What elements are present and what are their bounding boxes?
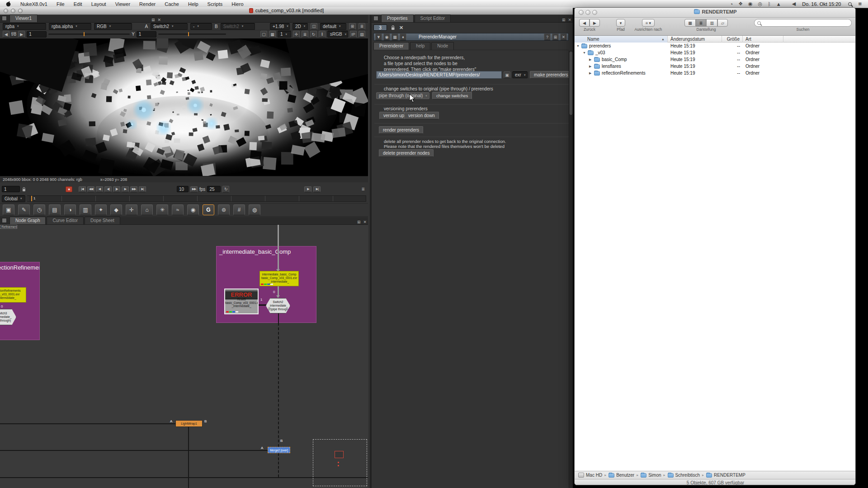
- stop-render-button[interactable]: ■: [66, 186, 72, 192]
- float-pane-icon[interactable]: ⊞: [150, 18, 156, 22]
- column-header-date[interactable]: Änderungsdatum: [668, 36, 722, 43]
- colorspace-select[interactable]: sRGB: [327, 31, 348, 38]
- close-panel-icon[interactable]: ✕: [560, 33, 567, 40]
- step-forward-button[interactable]: |▶: [113, 186, 120, 192]
- help[interactable]: help: [410, 42, 430, 50]
- expression-icon[interactable]: ♦: [400, 33, 406, 40]
- menu-item[interactable]: Cache: [160, 0, 184, 8]
- disclosure-triangle-icon[interactable]: [589, 58, 594, 62]
- menu-item[interactable]: Scripts: [203, 0, 227, 8]
- render-prerenders-button[interactable]: render prerenders: [379, 126, 423, 134]
- fps-field[interactable]: 25: [207, 186, 221, 192]
- delete-prerender-nodes-button[interactable]: delete prerender nodes: [379, 149, 434, 157]
- minimize-panel-icon[interactable]: ▼: [375, 33, 382, 40]
- help-icon[interactable]: ?: [544, 33, 551, 40]
- jump-forward-button[interactable]: ▶▶: [190, 186, 198, 192]
- path-bar-item[interactable]: Schreibtisch ▸: [668, 473, 706, 478]
- file-row[interactable]: lensflares Heute 15:19 -- Ordner: [575, 63, 856, 70]
- float-panel-icon[interactable]: ⊞: [552, 33, 559, 40]
- bluetooth-icon[interactable]: ᛒ: [765, 1, 774, 7]
- channel-display-select[interactable]: RGB: [94, 23, 132, 30]
- gain-slider[interactable]: [48, 33, 130, 35]
- search-input[interactable]: [754, 19, 852, 27]
- timeline-ruler[interactable]: 1: [27, 195, 366, 202]
- Node Graph[interactable]: Node Graph: [9, 217, 46, 224]
- toolbar-keyer-icon[interactable]: ✦: [95, 204, 107, 215]
- prerender-sticky-node[interactable]: intermediate_basic_Compbasic_Comp_v03_00…: [259, 271, 299, 286]
- gamma-toggle[interactable]: Y: [132, 32, 135, 37]
- pause-icon[interactable]: ‖: [319, 31, 326, 38]
- Dope Sheet[interactable]: Dope Sheet: [85, 217, 120, 224]
- Node[interactable]: Node: [431, 42, 454, 50]
- overlay-icon[interactable]: ≣: [302, 31, 308, 38]
- compare-mode-select[interactable]: -: [190, 23, 212, 30]
- finder-titlebar[interactable]: RENDERTEMP: [575, 8, 856, 18]
- mask-overlay-icon[interactable]: ▨: [359, 31, 365, 38]
- loop-mode-icon[interactable]: ↻: [222, 186, 229, 193]
- column-header-size[interactable]: Größe: [722, 36, 743, 43]
- menu-item[interactable]: Render: [135, 0, 160, 8]
- close-pane-icon[interactable]: ✕: [156, 18, 162, 22]
- flipbook-range-button[interactable]: ▶|: [313, 186, 321, 192]
- toolbar-filter-icon[interactable]: ▥: [80, 204, 91, 215]
- current-frame-field[interactable]: 1: [2, 186, 20, 192]
- menu-item[interactable]: Viewer: [111, 0, 135, 8]
- play-forward-button[interactable]: ▶: [122, 186, 129, 192]
- read5-error-node[interactable]: ERROR Read5basic_Comp_v03_0001.exr_inter…: [224, 289, 259, 314]
- clear-all-panels-icon[interactable]: ✕: [399, 25, 403, 31]
- change-switches-button[interactable]: change switches: [432, 92, 472, 99]
- filetype-select[interactable]: exr: [512, 71, 528, 78]
- menu-item[interactable]: Layout: [87, 0, 111, 8]
- forward-button[interactable]: ▶: [590, 19, 600, 27]
- selected-small-node[interactable]: [335, 451, 344, 458]
- lock-frame-icon[interactable]: [22, 187, 26, 192]
- step-back-button[interactable]: ◀|: [104, 186, 112, 192]
- toolbar-views-icon[interactable]: ◉: [187, 204, 199, 215]
- goto-start-button[interactable]: |◀: [79, 186, 86, 192]
- roi-icon[interactable]: ▢: [260, 31, 267, 38]
- menubar-clock[interactable]: Do. 16. Okt 15:20: [798, 1, 844, 7]
- goto-end-button[interactable]: ▶|: [139, 186, 146, 192]
- make-prerenders-button[interactable]: make prerenders: [530, 71, 572, 79]
- volume-icon[interactable]: ◀: [789, 1, 798, 7]
- left-read-label-node[interactable]: reflectionRefinementsnents_v03_0001.exr_…: [0, 287, 26, 303]
- pane-menu-icon[interactable]: [2, 218, 7, 223]
- aperture-next-icon[interactable]: ▶: [18, 31, 25, 38]
- toolbar-image-icon[interactable]: ▣: [3, 204, 14, 215]
- viewer-image[interactable]: [0, 38, 368, 176]
- file-row[interactable]: _v03 Heute 15:19 -- Ordner: [575, 49, 856, 56]
- notification-center-icon[interactable]: ≡: [855, 0, 864, 7]
- stereo-views-icon[interactable]: ◫: [311, 23, 317, 30]
- properties-scrollbar[interactable]: [569, 51, 573, 488]
- downrez-select[interactable]: 1: [278, 31, 291, 38]
- frame-display-icon[interactable]: ⊞: [349, 23, 356, 30]
- playhead-marker[interactable]: [31, 196, 32, 201]
- menu-item[interactable]: Edit: [69, 0, 87, 8]
- disclosure-triangle-icon[interactable]: [589, 71, 594, 75]
- renderpath-field[interactable]: /Users/simon/Desktop/RENDERTEMP/prerende…: [376, 71, 502, 79]
- nuke-titlebar[interactable]: cubes_comp_v03.nk [modified]: [0, 7, 573, 15]
- list-view-button[interactable]: ≣: [696, 19, 707, 27]
- spotlight-icon[interactable]: [848, 2, 852, 6]
- notification-bell-icon[interactable]: ◔: [727, 1, 736, 7]
- switch2-node[interactable]: Switch2_intermediate_(0)pipe through: [266, 298, 290, 313]
- node-name-field[interactable]: PrerenderManager: [408, 34, 542, 39]
- column-header-name[interactable]: Name▲: [575, 36, 668, 43]
- toolbar-merge-icon[interactable]: ◆: [110, 204, 122, 215]
- back-button[interactable]: ◀: [579, 19, 590, 27]
- path-menu-button[interactable]: ▾: [616, 19, 626, 27]
- coverflow-view-button[interactable]: ▱: [717, 19, 728, 27]
- Curve Editor[interactable]: Curve Editor: [47, 217, 84, 224]
- toolbar-deep-icon[interactable]: ≈: [172, 204, 184, 215]
- nodegraph-canvas[interactable]: Refinements reflectionRefinements reflec…: [0, 225, 368, 488]
- path-bar-item[interactable]: RENDERTEMP ▸: [706, 473, 745, 478]
- menu-item[interactable]: Help: [184, 0, 203, 8]
- toolbar-channel-icon[interactable]: ▤: [49, 204, 61, 215]
- close-pane-icon[interactable]: ✕: [362, 220, 368, 224]
- viewer-zoom-select[interactable]: +1.98: [270, 23, 290, 30]
- apple-menu-icon[interactable]: [5, 1, 11, 7]
- float-pane-icon[interactable]: ⊞: [356, 220, 362, 224]
- Prerenderer[interactable]: Prerenderer: [373, 42, 409, 50]
- Properties[interactable]: Properties: [381, 14, 414, 22]
- node-color-icon[interactable]: ◉: [383, 33, 390, 40]
